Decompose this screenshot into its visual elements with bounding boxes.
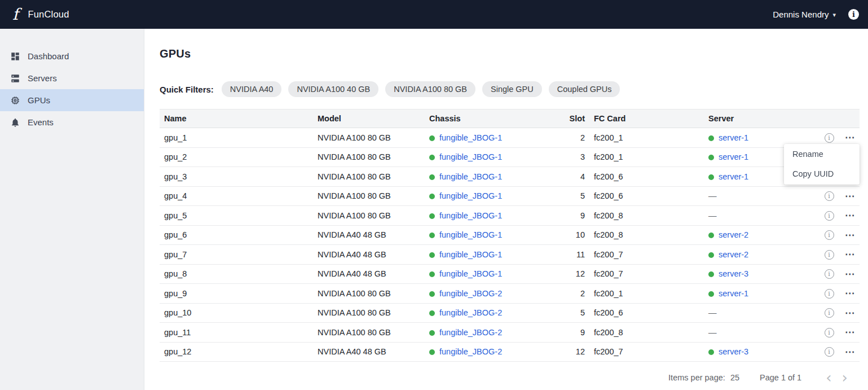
link[interactable]: fungible_JBOG-1: [439, 269, 502, 278]
gpu-model-cell: NVIDIA A40 48 GB: [313, 264, 425, 284]
status-dot-green: [429, 194, 435, 199]
top-bar: f FunCloud Dennis Nendry ▾ i: [0, 0, 868, 29]
items-per-page[interactable]: Items per page: 25: [668, 373, 739, 382]
row-info-icon[interactable]: i: [825, 211, 834, 221]
menu-item-copy-uuid[interactable]: Copy UUID: [784, 164, 860, 184]
row-info-icon[interactable]: i: [825, 269, 834, 279]
link[interactable]: server-3: [719, 347, 748, 356]
row-info-icon[interactable]: i: [825, 230, 834, 240]
gpu-name-cell: gpu_1: [160, 128, 313, 148]
row-more-icon[interactable]: ⋯: [845, 211, 855, 220]
row-actions-cell: ⋯: [840, 303, 860, 323]
sidebar-item-dashboard[interactable]: Dashboard: [0, 45, 144, 67]
status-dot-green: [708, 252, 714, 258]
row-more-icon[interactable]: ⋯: [845, 249, 855, 259]
filter-chip[interactable]: Coupled GPUs: [549, 81, 620, 97]
row-more-icon[interactable]: ⋯: [845, 288, 855, 298]
fc-card-cell: fc200_7: [589, 264, 704, 284]
fc-card-cell: fc200_6: [589, 167, 704, 187]
link[interactable]: fungible_JBOG-1: [439, 172, 502, 181]
link[interactable]: fungible_JBOG-1: [439, 250, 502, 259]
row-info-icon[interactable]: i: [825, 308, 834, 318]
chassis-cell: fungible_JBOG-1: [425, 245, 562, 265]
row-info-cell: i: [818, 303, 840, 323]
link[interactable]: server-2: [719, 250, 748, 259]
table-row: gpu_3NVIDIA A100 80 GBfungible_JBOG-14fc…: [160, 167, 860, 187]
row-info-icon[interactable]: i: [825, 191, 834, 201]
server-cell: —: [704, 186, 818, 206]
items-per-page-label: Items per page:: [668, 373, 725, 382]
link[interactable]: server-1: [719, 133, 748, 142]
fc-card-cell: fc200_6: [589, 303, 704, 323]
link[interactable]: server-2: [719, 230, 748, 239]
server-cell: server-1: [704, 284, 818, 304]
page-prev-icon[interactable]: ‹: [821, 370, 836, 385]
row-info-cell: i: [818, 206, 840, 226]
table-row: gpu_12NVIDIA A40 48 GBfungible_JBOG-212f…: [160, 342, 860, 362]
status-dot-green: [708, 271, 714, 277]
link[interactable]: fungible_JBOG-1: [439, 230, 502, 239]
link[interactable]: fungible_JBOG-2: [439, 289, 502, 298]
chassis-cell: fungible_JBOG-2: [425, 342, 562, 362]
row-more-icon[interactable]: ⋯: [845, 191, 855, 201]
link[interactable]: server-3: [719, 269, 748, 278]
link[interactable]: fungible_JBOG-2: [439, 328, 502, 337]
fc-card-cell: fc200_8: [589, 206, 704, 226]
filter-chip[interactable]: NVIDIA A100 40 GB: [288, 81, 378, 97]
sidebar-item-gpus[interactable]: GPUs: [0, 89, 144, 111]
row-actions-cell: ⋯: [840, 186, 860, 206]
row-info-icon[interactable]: i: [825, 347, 834, 357]
row-more-icon[interactable]: ⋯: [845, 308, 855, 318]
row-actions-cell: ⋯: [840, 264, 860, 284]
link[interactable]: server-1: [719, 289, 748, 298]
gpu-name-cell: gpu_10: [160, 303, 313, 323]
fc-card-cell: fc200_6: [589, 186, 704, 206]
row-more-icon[interactable]: ⋯: [845, 230, 855, 240]
column-header-chassis: Chassis: [425, 109, 562, 128]
link[interactable]: server-1: [719, 172, 748, 181]
row-more-icon[interactable]: ⋯: [845, 269, 855, 279]
row-actions-cell: ⋯: [840, 323, 860, 343]
link[interactable]: fungible_JBOG-1: [439, 191, 502, 200]
filter-chip[interactable]: NVIDIA A100 80 GB: [385, 81, 475, 97]
row-more-icon[interactable]: ⋯: [845, 347, 855, 357]
slot-cell: 9: [562, 323, 589, 343]
column-header-info: [818, 109, 840, 128]
sidebar-item-events[interactable]: Events: [0, 111, 144, 133]
row-info-icon[interactable]: i: [825, 250, 834, 260]
fc-card-cell: fc200_7: [589, 342, 704, 362]
slot-cell: 11: [562, 245, 589, 265]
row-actions-cell: ⋯: [840, 342, 860, 362]
table-row: gpu_5NVIDIA A100 80 GBfungible_JBOG-19fc…: [160, 206, 860, 226]
link[interactable]: fungible_JBOG-1: [439, 152, 502, 161]
fc-card-cell: fc200_1: [589, 128, 704, 148]
chassis-cell: fungible_JBOG-1: [425, 147, 562, 167]
filter-chip[interactable]: Single GPU: [482, 81, 542, 97]
user-menu[interactable]: Dennis Nendry ▾: [773, 10, 836, 19]
info-circle-icon[interactable]: i: [848, 9, 859, 20]
link[interactable]: server-1: [719, 152, 748, 161]
status-dot-green: [708, 174, 714, 180]
link[interactable]: fungible_JBOG-1: [439, 133, 502, 142]
link[interactable]: fungible_JBOG-2: [439, 308, 502, 317]
row-info-icon[interactable]: i: [825, 289, 834, 299]
filter-chip[interactable]: NVIDIA A40: [222, 81, 282, 97]
row-actions-cell: ⋯: [840, 206, 860, 226]
row-more-icon[interactable]: ⋯: [845, 327, 855, 337]
gpu-model-cell: NVIDIA A100 80 GB: [313, 128, 425, 148]
menu-item-rename[interactable]: Rename: [784, 144, 860, 164]
row-info-icon[interactable]: i: [825, 328, 834, 338]
row-more-icon[interactable]: ⋯: [845, 133, 855, 142]
slot-cell: 2: [562, 128, 589, 148]
sidebar-item-servers[interactable]: Servers: [0, 67, 144, 89]
empty-server-dash: —: [708, 211, 717, 220]
link[interactable]: fungible_JBOG-2: [439, 347, 502, 356]
link[interactable]: fungible_JBOG-1: [439, 211, 502, 220]
page-next-icon[interactable]: ›: [837, 370, 853, 385]
status-dot-green: [429, 233, 435, 238]
table-row: gpu_2NVIDIA A100 80 GBfungible_JBOG-13fc…: [160, 147, 860, 167]
gpu-name-cell: gpu_12: [160, 342, 313, 362]
row-actions-cell: ⋯: [840, 284, 860, 304]
items-per-page-value[interactable]: 25: [730, 373, 739, 382]
row-info-icon[interactable]: i: [825, 133, 834, 143]
